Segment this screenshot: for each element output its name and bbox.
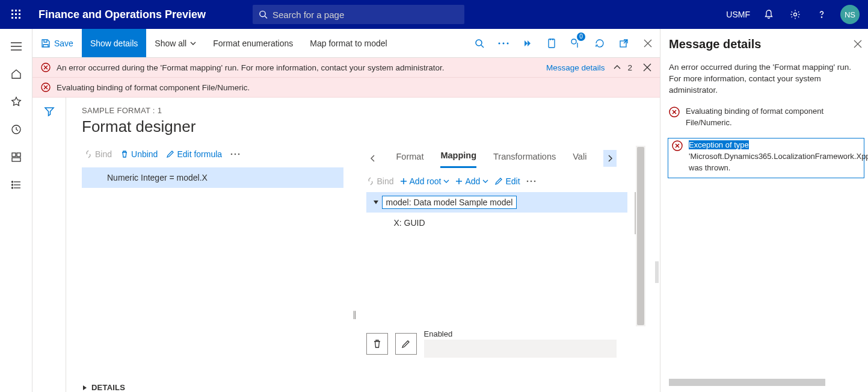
message-details-link[interactable]: Message details [546,63,605,72]
recent-button[interactable] [3,118,29,141]
chevron-up-icon[interactable] [613,64,621,70]
message-item-1: Evaluating binding of format component F… [669,106,864,129]
ellipsis-icon [230,153,240,155]
format-enum-button[interactable]: Format enumerations [205,29,301,57]
svg-point-50 [526,181,528,182]
clock-icon [11,124,22,135]
message-item-2-highlight: Exception of type [689,140,749,149]
settings-button[interactable] [783,0,808,29]
map-format-button[interactable]: Map format to model [301,29,395,57]
details-section[interactable]: DETAILS [82,383,642,392]
refresh-icon [595,39,605,48]
attach-button[interactable] [540,29,564,58]
map-bind-button[interactable]: Bind [366,176,394,186]
message-item-2-line1: 'Microsoft.Dynamics365.LocalizationFrame… [689,152,868,161]
edit-button[interactable]: Edit [494,176,520,186]
popout-button[interactable] [612,29,636,58]
actionbar-search-button[interactable] [467,29,491,58]
unbind-button[interactable]: Unbind [118,148,160,160]
svg-point-11 [794,13,797,16]
svg-rect-19 [12,158,20,161]
hamburger-button[interactable] [3,35,29,58]
map-more-button[interactable] [526,180,536,182]
message-panel-title: Message details [669,37,851,51]
workspace: SAMPLE FORMAT : 1 Format designer Bind [66,98,654,392]
body-split: SAMPLE FORMAT : 1 Format designer Bind [32,98,660,392]
error-text-1: An error occurred during the 'Format map… [57,63,444,72]
filter-column [32,98,66,392]
message-item-2-text: Exception of type 'Microsoft.Dynamics365… [689,140,868,174]
favorites-button[interactable] [3,90,29,113]
tree-caret[interactable] [370,199,382,205]
user-avatar[interactable]: NS [840,5,860,24]
tab-next-button[interactable] [603,150,617,167]
waffle-menu[interactable] [0,10,32,19]
tab-prev-button[interactable] [366,150,380,167]
tab-validations[interactable]: Vali [573,149,586,167]
main-layout: Save Show details Show all Format enumer… [0,29,868,392]
save-icon [41,39,51,48]
modules-button[interactable] [3,173,29,196]
splitter-handle[interactable]: ∥ [353,257,357,372]
link-icon [522,38,533,49]
add-root-button[interactable]: Add root [400,176,450,186]
workspace-icon [11,152,22,163]
left-toolbar: Bind Unbind Edit formula [82,148,343,160]
edit-formula-button[interactable]: Edit formula [164,148,224,160]
enabled-field[interactable] [424,340,617,358]
more-button[interactable] [491,29,516,58]
left-more-button[interactable] [228,152,242,157]
action-bar-right: 0 [467,29,660,57]
company-code[interactable]: USMF [721,10,755,19]
search-box[interactable] [253,5,464,24]
help-button[interactable] [809,0,834,29]
search-input[interactable] [272,10,458,20]
nav-right: USMF NS [721,0,868,29]
map-bind-label: Bind [377,176,394,186]
error-icon [41,82,51,92]
svg-point-51 [530,181,532,182]
show-all-button[interactable]: Show all [146,29,205,57]
show-details-button[interactable]: Show details [82,29,146,57]
feedback-button[interactable]: 0 [564,29,588,58]
tab-transformations[interactable]: Transformations [493,149,556,167]
refresh-button[interactable] [588,29,612,58]
svg-point-24 [11,184,13,185]
error-text-2: Evaluating binding of format component F… [57,83,250,92]
format-enum-label: Format enumerations [213,39,293,48]
message-item-2-line2: was thrown. [689,163,730,172]
tree-child-row[interactable]: X: GUID [366,213,628,233]
error-icon [669,107,680,117]
add-button[interactable]: Add [455,176,488,186]
selected-format-row[interactable]: Numeric Integer = model.X [82,167,343,188]
error-banner-2: Evaluating binding of format component F… [32,78,660,98]
unbind-label: Unbind [131,149,158,159]
tabs: Format Mapping Transformations Vali [366,148,628,168]
delete-button[interactable] [366,333,388,355]
error-icon [672,140,683,151]
tab-mapping[interactable]: Mapping [440,148,476,168]
home-button[interactable] [3,63,29,86]
save-button[interactable]: Save [32,29,82,57]
notifications-button[interactable] [756,0,781,29]
message-panel-close[interactable] [851,37,864,51]
message-panel-hscroll[interactable] [669,379,825,386]
close-icon[interactable] [643,63,651,72]
outer-splitter[interactable] [654,98,660,392]
close-button[interactable] [636,29,660,58]
close-icon [644,39,652,48]
svg-point-44 [235,154,236,155]
edit-sq-button[interactable] [395,333,417,355]
svg-point-25 [11,187,13,188]
search-icon [475,39,484,48]
svg-rect-18 [17,153,20,157]
tree-root-row[interactable]: model: Data model Sample model [366,192,628,213]
filter-icon[interactable] [44,106,55,117]
tree-child-label: X: GUID [394,218,425,228]
svg-rect-6 [11,17,13,19]
tab-format[interactable]: Format [396,149,424,167]
attach-icon [547,38,556,49]
link-button[interactable] [516,29,540,58]
right-scrollbar[interactable] [636,146,645,326]
workspaces-button[interactable] [3,146,29,169]
